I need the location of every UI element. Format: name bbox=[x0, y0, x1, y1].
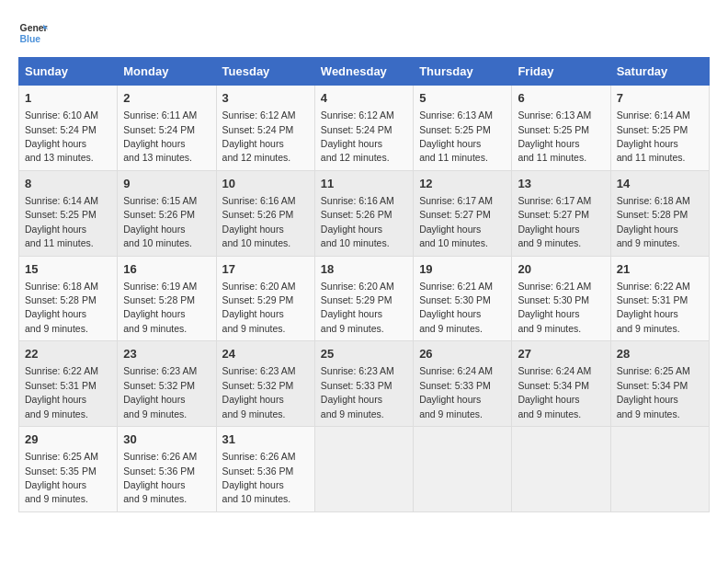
cell-details: Sunrise: 6:22 AMSunset: 5:31 PMDaylight … bbox=[25, 365, 98, 419]
calendar-cell: 26Sunrise: 6:24 AMSunset: 5:33 PMDayligh… bbox=[414, 341, 512, 427]
cell-details: Sunrise: 6:13 AMSunset: 5:25 PMDaylight … bbox=[419, 109, 493, 163]
calendar-header-row: Sunday Monday Tuesday Wednesday Thursday… bbox=[19, 58, 710, 86]
calendar-cell: 29Sunrise: 6:25 AMSunset: 5:35 PMDayligh… bbox=[19, 427, 118, 512]
calendar-cell: 14Sunrise: 6:18 AMSunset: 5:28 PMDayligh… bbox=[610, 170, 709, 256]
cell-details: Sunrise: 6:21 AMSunset: 5:30 PMDaylight … bbox=[518, 281, 591, 334]
calendar-cell: 3Sunrise: 6:12 AMSunset: 5:24 PMDaylight… bbox=[216, 86, 314, 171]
calendar-cell: 31Sunrise: 6:26 AMSunset: 5:36 PMDayligh… bbox=[216, 427, 314, 512]
cell-details: Sunrise: 6:12 AMSunset: 5:24 PMDaylight … bbox=[321, 109, 394, 163]
day-number: 3 bbox=[222, 90, 309, 107]
header-wednesday: Wednesday bbox=[314, 58, 413, 86]
calendar-cell: 9Sunrise: 6:15 AMSunset: 5:26 PMDaylight… bbox=[118, 170, 216, 256]
cell-details: Sunrise: 6:24 AMSunset: 5:34 PMDaylight … bbox=[518, 365, 591, 419]
day-number: 23 bbox=[123, 346, 210, 362]
cell-details: Sunrise: 6:21 AMSunset: 5:30 PMDaylight … bbox=[419, 281, 493, 334]
calendar-cell: 22Sunrise: 6:22 AMSunset: 5:31 PMDayligh… bbox=[19, 341, 118, 427]
cell-details: Sunrise: 6:23 AMSunset: 5:32 PMDaylight … bbox=[222, 365, 296, 419]
cell-details: Sunrise: 6:17 AMSunset: 5:27 PMDaylight … bbox=[419, 195, 493, 248]
header-friday: Friday bbox=[512, 58, 610, 86]
cell-details: Sunrise: 6:24 AMSunset: 5:33 PMDaylight … bbox=[419, 365, 493, 419]
day-number: 21 bbox=[617, 261, 703, 278]
day-number: 18 bbox=[321, 261, 407, 278]
calendar-cell: 17Sunrise: 6:20 AMSunset: 5:29 PMDayligh… bbox=[216, 256, 314, 341]
cell-details: Sunrise: 6:25 AMSunset: 5:34 PMDaylight … bbox=[617, 365, 690, 419]
day-number: 26 bbox=[419, 346, 506, 362]
calendar-cell bbox=[610, 427, 709, 512]
calendar-cell: 1Sunrise: 6:10 AMSunset: 5:24 PMDaylight… bbox=[19, 86, 118, 171]
calendar-cell bbox=[314, 427, 413, 512]
calendar-cell: 20Sunrise: 6:21 AMSunset: 5:30 PMDayligh… bbox=[512, 256, 610, 341]
cell-details: Sunrise: 6:16 AMSunset: 5:26 PMDaylight … bbox=[321, 195, 394, 248]
day-number: 6 bbox=[518, 90, 604, 107]
calendar-cell: 28Sunrise: 6:25 AMSunset: 5:34 PMDayligh… bbox=[610, 341, 709, 427]
day-number: 8 bbox=[25, 176, 111, 192]
calendar-cell: 11Sunrise: 6:16 AMSunset: 5:26 PMDayligh… bbox=[314, 170, 413, 256]
calendar-cell: 13Sunrise: 6:17 AMSunset: 5:27 PMDayligh… bbox=[512, 170, 610, 256]
header-tuesday: Tuesday bbox=[216, 58, 314, 86]
svg-text:Blue: Blue bbox=[20, 34, 41, 44]
calendar-cell: 5Sunrise: 6:13 AMSunset: 5:25 PMDaylight… bbox=[414, 86, 512, 171]
calendar-cell: 23Sunrise: 6:23 AMSunset: 5:32 PMDayligh… bbox=[118, 341, 216, 427]
cell-details: Sunrise: 6:14 AMSunset: 5:25 PMDaylight … bbox=[617, 109, 690, 163]
day-number: 5 bbox=[419, 90, 506, 107]
calendar-cell: 24Sunrise: 6:23 AMSunset: 5:32 PMDayligh… bbox=[216, 341, 314, 427]
calendar-cell bbox=[512, 427, 610, 512]
calendar-cell bbox=[414, 427, 512, 512]
day-number: 20 bbox=[518, 261, 604, 278]
calendar-week-row: 8Sunrise: 6:14 AMSunset: 5:25 PMDaylight… bbox=[19, 170, 710, 256]
day-number: 13 bbox=[518, 176, 604, 192]
header-saturday: Saturday bbox=[610, 58, 709, 86]
cell-details: Sunrise: 6:16 AMSunset: 5:26 PMDaylight … bbox=[222, 195, 296, 248]
cell-details: Sunrise: 6:18 AMSunset: 5:28 PMDaylight … bbox=[25, 281, 98, 334]
header: General Blue bbox=[18, 18, 710, 48]
day-number: 7 bbox=[617, 90, 703, 107]
calendar-cell: 18Sunrise: 6:20 AMSunset: 5:29 PMDayligh… bbox=[314, 256, 413, 341]
header-thursday: Thursday bbox=[414, 58, 512, 86]
day-number: 10 bbox=[222, 176, 309, 192]
cell-details: Sunrise: 6:26 AMSunset: 5:36 PMDaylight … bbox=[123, 451, 197, 504]
calendar-cell: 10Sunrise: 6:16 AMSunset: 5:26 PMDayligh… bbox=[216, 170, 314, 256]
header-sunday: Sunday bbox=[19, 58, 118, 86]
calendar-week-row: 15Sunrise: 6:18 AMSunset: 5:28 PMDayligh… bbox=[19, 256, 710, 341]
day-number: 11 bbox=[321, 176, 407, 192]
day-number: 25 bbox=[321, 346, 407, 362]
header-monday: Monday bbox=[118, 58, 216, 86]
logo: General Blue bbox=[18, 18, 48, 48]
calendar-cell: 8Sunrise: 6:14 AMSunset: 5:25 PMDaylight… bbox=[19, 170, 118, 256]
calendar-cell: 16Sunrise: 6:19 AMSunset: 5:28 PMDayligh… bbox=[118, 256, 216, 341]
calendar-cell: 6Sunrise: 6:13 AMSunset: 5:25 PMDaylight… bbox=[512, 86, 610, 171]
calendar-cell: 2Sunrise: 6:11 AMSunset: 5:24 PMDaylight… bbox=[118, 86, 216, 171]
day-number: 15 bbox=[25, 261, 111, 278]
calendar-week-row: 1Sunrise: 6:10 AMSunset: 5:24 PMDaylight… bbox=[19, 86, 710, 171]
cell-details: Sunrise: 6:12 AMSunset: 5:24 PMDaylight … bbox=[222, 109, 296, 163]
day-number: 29 bbox=[25, 431, 111, 448]
cell-details: Sunrise: 6:15 AMSunset: 5:26 PMDaylight … bbox=[123, 195, 197, 248]
day-number: 31 bbox=[222, 431, 309, 448]
cell-details: Sunrise: 6:23 AMSunset: 5:33 PMDaylight … bbox=[321, 365, 394, 419]
cell-details: Sunrise: 6:10 AMSunset: 5:24 PMDaylight … bbox=[25, 109, 98, 163]
day-number: 16 bbox=[123, 261, 210, 278]
calendar-week-row: 29Sunrise: 6:25 AMSunset: 5:35 PMDayligh… bbox=[19, 427, 710, 512]
cell-details: Sunrise: 6:25 AMSunset: 5:35 PMDaylight … bbox=[25, 451, 98, 504]
cell-details: Sunrise: 6:13 AMSunset: 5:25 PMDaylight … bbox=[518, 109, 591, 163]
day-number: 19 bbox=[419, 261, 506, 278]
calendar-cell: 30Sunrise: 6:26 AMSunset: 5:36 PMDayligh… bbox=[118, 427, 216, 512]
cell-details: Sunrise: 6:17 AMSunset: 5:27 PMDaylight … bbox=[518, 195, 591, 248]
calendar-cell: 21Sunrise: 6:22 AMSunset: 5:31 PMDayligh… bbox=[610, 256, 709, 341]
calendar-cell: 27Sunrise: 6:24 AMSunset: 5:34 PMDayligh… bbox=[512, 341, 610, 427]
day-number: 14 bbox=[617, 176, 703, 192]
day-number: 9 bbox=[123, 176, 210, 192]
cell-details: Sunrise: 6:26 AMSunset: 5:36 PMDaylight … bbox=[222, 451, 296, 504]
calendar-cell: 4Sunrise: 6:12 AMSunset: 5:24 PMDaylight… bbox=[314, 86, 413, 171]
cell-details: Sunrise: 6:23 AMSunset: 5:32 PMDaylight … bbox=[123, 365, 197, 419]
calendar-cell: 7Sunrise: 6:14 AMSunset: 5:25 PMDaylight… bbox=[610, 86, 709, 171]
day-number: 22 bbox=[25, 346, 111, 362]
calendar-cell: 25Sunrise: 6:23 AMSunset: 5:33 PMDayligh… bbox=[314, 341, 413, 427]
day-number: 4 bbox=[321, 90, 407, 107]
calendar-cell: 12Sunrise: 6:17 AMSunset: 5:27 PMDayligh… bbox=[414, 170, 512, 256]
day-number: 24 bbox=[222, 346, 309, 362]
day-number: 17 bbox=[222, 261, 309, 278]
calendar-cell: 15Sunrise: 6:18 AMSunset: 5:28 PMDayligh… bbox=[19, 256, 118, 341]
calendar-table: Sunday Monday Tuesday Wednesday Thursday… bbox=[18, 57, 710, 512]
cell-details: Sunrise: 6:19 AMSunset: 5:28 PMDaylight … bbox=[123, 281, 197, 334]
